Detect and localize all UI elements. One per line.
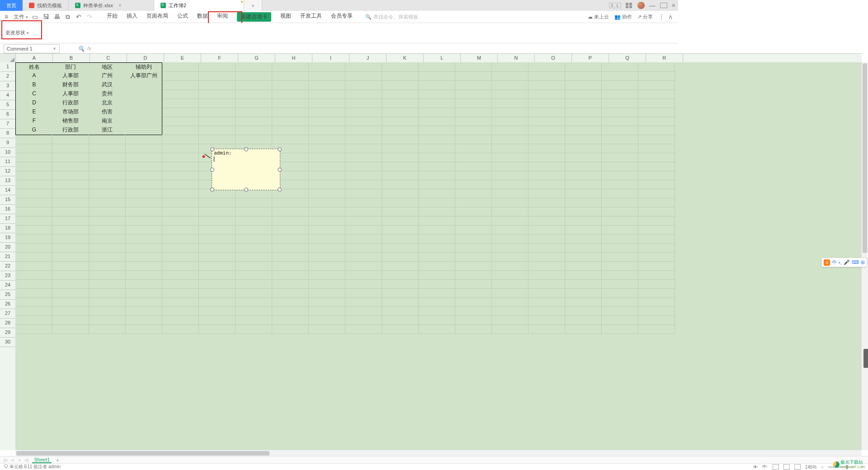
cell[interactable]	[382, 144, 419, 153]
cell[interactable]	[198, 315, 236, 325]
cell[interactable]	[565, 243, 602, 253]
cell[interactable]	[565, 315, 602, 325]
cell[interactable]	[345, 261, 382, 271]
cell[interactable]	[125, 162, 162, 171]
cell[interactable]	[345, 171, 382, 180]
cell[interactable]	[528, 288, 565, 298]
cell[interactable]	[491, 324, 528, 334]
cell[interactable]	[382, 89, 419, 99]
cell[interactable]: 贵州	[89, 89, 126, 99]
cell[interactable]	[15, 207, 52, 216]
cell[interactable]	[15, 198, 52, 207]
cell[interactable]	[601, 71, 638, 81]
cell[interactable]	[235, 99, 272, 108]
col-B[interactable]: B	[53, 54, 90, 63]
cell[interactable]	[382, 117, 419, 126]
cell[interactable]	[308, 315, 345, 325]
cell[interactable]	[125, 306, 162, 316]
cell[interactable]: 武汉	[89, 80, 126, 90]
cell[interactable]	[418, 189, 455, 198]
cell[interactable]	[345, 198, 382, 207]
cell[interactable]	[638, 306, 675, 316]
cell[interactable]	[418, 180, 455, 189]
row-25[interactable]: 25	[0, 290, 15, 300]
cell[interactable]	[89, 297, 126, 307]
cell[interactable]	[491, 89, 528, 99]
cell[interactable]	[345, 225, 382, 235]
cell[interactable]	[52, 189, 89, 198]
cell[interactable]	[345, 62, 382, 72]
cell[interactable]	[345, 297, 382, 307]
menu-3[interactable]: 公式	[177, 12, 188, 22]
cell[interactable]	[491, 279, 528, 289]
cell[interactable]	[565, 126, 602, 135]
cell[interactable]	[382, 62, 419, 72]
comment-box[interactable]: admin:	[212, 149, 280, 190]
cell[interactable]	[89, 234, 126, 244]
cell[interactable]	[89, 252, 126, 262]
cell[interactable]	[382, 288, 419, 298]
cell[interactable]	[638, 225, 675, 235]
cell[interactable]	[382, 135, 419, 144]
cell[interactable]	[601, 288, 638, 298]
cell[interactable]	[382, 234, 419, 244]
tab-templates[interactable]: 找稻壳模板	[23, 0, 69, 11]
cell[interactable]	[272, 252, 309, 262]
cell[interactable]	[345, 89, 382, 99]
cell[interactable]	[15, 162, 52, 171]
cell[interactable]	[272, 126, 309, 135]
cell[interactable]	[638, 117, 675, 126]
cell[interactable]	[528, 234, 565, 244]
cell[interactable]	[491, 297, 528, 307]
cell[interactable]	[418, 62, 455, 72]
tab-new[interactable]: ＋	[244, 0, 262, 11]
cell[interactable]	[52, 315, 89, 325]
cell[interactable]	[52, 261, 89, 271]
cell[interactable]	[565, 207, 602, 216]
cell[interactable]	[455, 99, 492, 108]
cell[interactable]	[162, 315, 199, 325]
cell[interactable]	[52, 162, 89, 171]
cell[interactable]	[15, 315, 52, 325]
cell[interactable]	[308, 324, 345, 334]
cell[interactable]	[528, 108, 565, 117]
cell[interactable]	[162, 189, 199, 198]
cell[interactable]	[455, 225, 492, 235]
cell[interactable]	[235, 243, 272, 253]
cell[interactable]	[382, 252, 419, 262]
resize-handle[interactable]	[210, 168, 214, 172]
cell[interactable]	[601, 126, 638, 135]
cell[interactable]	[638, 108, 675, 117]
cell[interactable]	[601, 225, 638, 235]
cell[interactable]	[15, 261, 52, 271]
cell[interactable]	[491, 180, 528, 189]
cell[interactable]	[491, 234, 528, 244]
cell[interactable]	[162, 180, 199, 189]
col-R[interactable]: R	[646, 54, 678, 63]
cell[interactable]	[418, 225, 455, 235]
cell[interactable]	[565, 162, 602, 171]
cell[interactable]	[345, 243, 382, 253]
cell[interactable]	[272, 80, 309, 90]
row-17[interactable]: 17	[0, 214, 15, 224]
cell[interactable]	[15, 180, 52, 189]
cell[interactable]	[89, 324, 126, 334]
cell[interactable]	[162, 108, 199, 117]
col-A[interactable]: A	[16, 54, 53, 63]
cell[interactable]	[308, 243, 345, 253]
cell[interactable]	[272, 207, 309, 216]
cell[interactable]	[125, 108, 162, 117]
cell[interactable]: 财务部	[52, 80, 89, 90]
cell[interactable]	[125, 207, 162, 216]
col-L[interactable]: L	[424, 54, 461, 63]
cell[interactable]	[638, 234, 675, 244]
cell[interactable]	[565, 135, 602, 144]
cell[interactable]	[235, 279, 272, 289]
cell[interactable]	[198, 297, 236, 307]
cell[interactable]	[491, 198, 528, 207]
menu-7[interactable]: 视图	[280, 12, 291, 22]
cell[interactable]	[565, 270, 602, 280]
cell[interactable]	[308, 234, 345, 244]
cell[interactable]	[308, 180, 345, 189]
cell[interactable]	[382, 171, 419, 180]
